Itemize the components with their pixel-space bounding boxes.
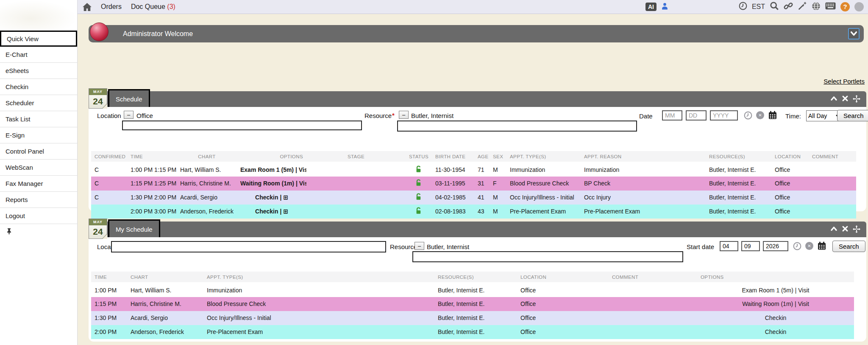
location-search-input[interactable] bbox=[111, 241, 386, 252]
search-button[interactable]: Search bbox=[832, 241, 865, 252]
unlock-icon[interactable] bbox=[415, 209, 422, 216]
move-icon[interactable] bbox=[853, 95, 860, 103]
chart-cell[interactable]: Acardi, Sergio bbox=[127, 311, 203, 325]
wand-icon[interactable] bbox=[798, 1, 807, 12]
options-cell[interactable]: Exam Room 1 (5m) | Visit bbox=[237, 163, 306, 177]
close-icon[interactable] bbox=[842, 225, 849, 233]
chart-cell[interactable]: Anderson, Frederick bbox=[177, 205, 237, 219]
move-icon[interactable] bbox=[853, 225, 860, 233]
date-year-input[interactable] bbox=[710, 110, 738, 121]
sidebar-item[interactable]: eSheets bbox=[0, 63, 77, 79]
sidebar-item[interactable]: Reports bbox=[0, 192, 77, 208]
ai-badge[interactable]: AI bbox=[645, 3, 657, 11]
search-icon[interactable] bbox=[770, 1, 779, 12]
appointment-row[interactable]: 2:00 PM Anderson, Frederick Pre-Placemen… bbox=[91, 325, 854, 339]
chart-cell[interactable]: Harris, Christine M. bbox=[127, 297, 203, 311]
options-cell[interactable]: Exam Room 1 (5m) | Visit bbox=[697, 283, 854, 297]
column-header: LOCATION bbox=[771, 151, 809, 163]
resource-remove-button[interactable]: – bbox=[399, 111, 409, 119]
globe-icon[interactable] bbox=[812, 2, 821, 12]
unlock-icon[interactable] bbox=[415, 195, 422, 202]
options-cell[interactable]: Checkin | ⊞ bbox=[237, 191, 306, 205]
sidebar-item[interactable]: Quick View bbox=[0, 31, 77, 47]
collapse-icon[interactable] bbox=[830, 95, 837, 103]
calendar-icon[interactable] bbox=[768, 111, 777, 120]
unlock-icon[interactable] bbox=[415, 167, 422, 174]
location-remove-button[interactable]: – bbox=[124, 111, 134, 119]
column-header: CHART bbox=[177, 151, 237, 163]
timezone-label: EST bbox=[752, 3, 765, 11]
schedule-portlet-title[interactable]: Schedule bbox=[108, 89, 150, 109]
sidebar-item[interactable]: E-Chart bbox=[0, 47, 77, 63]
chart-cell[interactable]: Acardi, Sergio bbox=[177, 191, 237, 205]
home-icon[interactable] bbox=[83, 3, 92, 11]
close-icon[interactable] bbox=[842, 95, 849, 103]
sidebar-item[interactable]: Control Panel bbox=[0, 143, 77, 160]
appointment-row[interactable]: C 1:00 PM 1:15 PM Hart, William S. Exam … bbox=[91, 163, 856, 177]
app-logo bbox=[0, 0, 77, 31]
clock-icon[interactable] bbox=[739, 2, 747, 12]
start-date-day-input[interactable] bbox=[741, 241, 760, 251]
select-portlets-link[interactable]: Select Portlets bbox=[823, 78, 865, 85]
options-cell[interactable]: Waiting Room (1m) | Visit bbox=[237, 177, 306, 191]
calendar-badge-icon: MAY 24 bbox=[89, 88, 107, 109]
clear-icon[interactable] bbox=[756, 111, 764, 119]
appointment-row[interactable]: C 1:15 PM 1:25 PM Harris, Christine M. W… bbox=[91, 177, 856, 191]
clear-icon[interactable] bbox=[805, 242, 813, 250]
collapse-icon[interactable] bbox=[830, 225, 837, 233]
appointment-row[interactable]: 1:00 PM Hart, William S. Immunization Bu… bbox=[91, 283, 854, 297]
options-cell[interactable]: Checkin bbox=[697, 325, 854, 339]
help-icon[interactable]: ? bbox=[840, 2, 850, 11]
appointment-row[interactable]: 1:15 PM Harris, Christine M. Blood Press… bbox=[91, 297, 854, 311]
options-cell[interactable]: Waiting Room (1m) | Visit bbox=[697, 297, 854, 311]
clock-icon[interactable] bbox=[744, 111, 752, 120]
my-schedule-table-body: 1:00 PM Hart, William S. Immunization Bu… bbox=[91, 283, 854, 339]
sidebar-item[interactable]: Scheduler bbox=[0, 95, 77, 111]
sidebar-item[interactable]: Task List bbox=[0, 111, 77, 127]
column-header: STATUS bbox=[406, 151, 432, 163]
chart-cell[interactable]: Anderson, Frederick bbox=[127, 325, 203, 339]
start-date-month-input[interactable] bbox=[720, 241, 738, 251]
clock-icon[interactable] bbox=[793, 242, 801, 250]
resource-search-input[interactable] bbox=[397, 121, 637, 132]
comment-cell bbox=[553, 297, 697, 311]
sidebar-item[interactable]: Checkin bbox=[0, 79, 77, 95]
location-cell: Office bbox=[771, 191, 809, 205]
sidebar-item[interactable]: Fax Manager bbox=[0, 176, 77, 192]
sidebar-menu: Quick View E-Chart eSheets Checkin Sched… bbox=[0, 31, 77, 224]
keyboard-icon[interactable] bbox=[825, 2, 836, 11]
chart-cell[interactable]: Hart, William S. bbox=[177, 163, 237, 177]
welcome-collapse-button[interactable] bbox=[848, 28, 860, 39]
chart-cell[interactable]: Hart, William S. bbox=[127, 283, 203, 297]
presence-icon[interactable] bbox=[854, 2, 864, 11]
resource-remove-button[interactable]: – bbox=[415, 242, 424, 250]
start-date-year-input[interactable] bbox=[763, 241, 788, 251]
user-icon[interactable] bbox=[661, 2, 669, 12]
pushpin-icon[interactable] bbox=[6, 228, 12, 236]
time-select[interactable]: All Day bbox=[806, 110, 842, 121]
link-icon[interactable] bbox=[784, 1, 793, 12]
unlock-icon[interactable] bbox=[415, 181, 422, 188]
date-month-input[interactable] bbox=[662, 110, 682, 121]
date-day-input[interactable] bbox=[686, 110, 707, 121]
appointment-row[interactable]: C 1:30 PM 2:00 PM Acardi, Sergio Checkin… bbox=[91, 191, 856, 205]
age-cell: 41 bbox=[474, 191, 490, 205]
column-header: STAGE bbox=[306, 151, 406, 163]
comment-cell bbox=[809, 191, 856, 205]
resource-search-input[interactable] bbox=[412, 251, 683, 262]
sidebar-item[interactable]: Logout bbox=[0, 208, 77, 224]
nav-orders[interactable]: Orders bbox=[101, 3, 122, 11]
sidebar-item[interactable]: WebScan bbox=[0, 160, 77, 176]
appointment-row[interactable]: 1:30 PM Acardi, Sergio Occ Injury/Illnes… bbox=[91, 311, 854, 325]
nav-doc-queue[interactable]: Doc Queue (3) bbox=[131, 3, 175, 11]
appointment-row[interactable]: 2:00 PM 3:00 PM Anderson, Frederick Chec… bbox=[91, 205, 856, 219]
search-button[interactable]: Search bbox=[837, 110, 868, 121]
comment-cell bbox=[809, 205, 856, 219]
options-cell[interactable]: Checkin | ⊞ bbox=[237, 205, 306, 219]
location-search-input[interactable] bbox=[122, 121, 362, 130]
options-cell[interactable]: Checkin bbox=[697, 311, 854, 325]
sidebar-item[interactable]: E-Sign bbox=[0, 127, 77, 143]
calendar-icon[interactable] bbox=[818, 241, 826, 250]
my-schedule-portlet-title[interactable]: My Schedule bbox=[108, 219, 160, 239]
chart-cell[interactable]: Harris, Christine M. bbox=[177, 177, 237, 191]
